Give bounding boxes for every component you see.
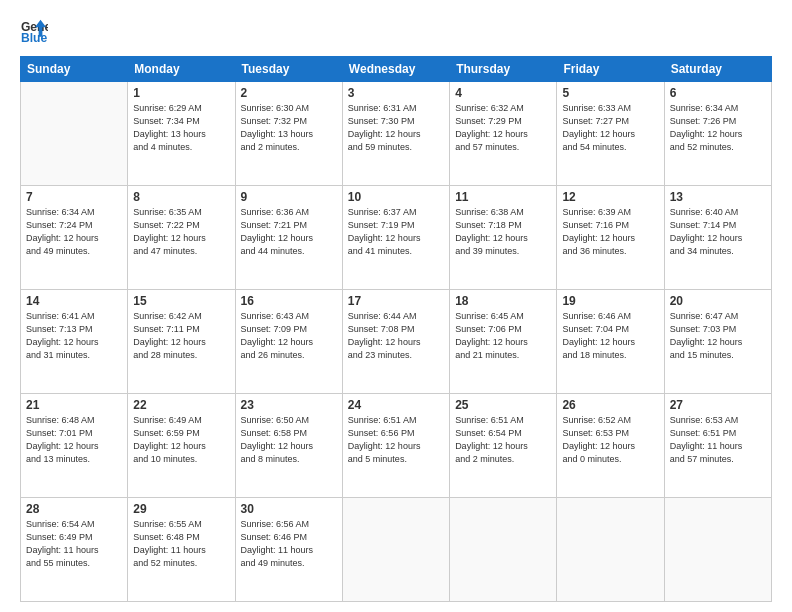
calendar-cell: 25Sunrise: 6:51 AM Sunset: 6:54 PM Dayli… xyxy=(450,394,557,498)
cell-content: Sunrise: 6:46 AM Sunset: 7:04 PM Dayligh… xyxy=(562,310,658,362)
day-header-monday: Monday xyxy=(128,57,235,82)
cell-content: Sunrise: 6:41 AM Sunset: 7:13 PM Dayligh… xyxy=(26,310,122,362)
cell-content: Sunrise: 6:51 AM Sunset: 6:56 PM Dayligh… xyxy=(348,414,444,466)
day-number: 6 xyxy=(670,86,766,100)
day-number: 24 xyxy=(348,398,444,412)
calendar-cell xyxy=(450,498,557,602)
cell-content: Sunrise: 6:36 AM Sunset: 7:21 PM Dayligh… xyxy=(241,206,337,258)
day-number: 22 xyxy=(133,398,229,412)
cell-content: Sunrise: 6:44 AM Sunset: 7:08 PM Dayligh… xyxy=(348,310,444,362)
cell-content: Sunrise: 6:38 AM Sunset: 7:18 PM Dayligh… xyxy=(455,206,551,258)
calendar-cell xyxy=(342,498,449,602)
cell-content: Sunrise: 6:53 AM Sunset: 6:51 PM Dayligh… xyxy=(670,414,766,466)
day-header-tuesday: Tuesday xyxy=(235,57,342,82)
cell-content: Sunrise: 6:29 AM Sunset: 7:34 PM Dayligh… xyxy=(133,102,229,154)
cell-content: Sunrise: 6:50 AM Sunset: 6:58 PM Dayligh… xyxy=(241,414,337,466)
calendar-cell: 27Sunrise: 6:53 AM Sunset: 6:51 PM Dayli… xyxy=(664,394,771,498)
cell-content: Sunrise: 6:47 AM Sunset: 7:03 PM Dayligh… xyxy=(670,310,766,362)
calendar-table: SundayMondayTuesdayWednesdayThursdayFrid… xyxy=(20,56,772,602)
day-header-friday: Friday xyxy=(557,57,664,82)
day-number: 9 xyxy=(241,190,337,204)
cell-content: Sunrise: 6:43 AM Sunset: 7:09 PM Dayligh… xyxy=(241,310,337,362)
calendar-cell: 13Sunrise: 6:40 AM Sunset: 7:14 PM Dayli… xyxy=(664,186,771,290)
calendar-page: General Blue SundayMondayTuesdayWednesda… xyxy=(0,0,792,612)
cell-content: Sunrise: 6:42 AM Sunset: 7:11 PM Dayligh… xyxy=(133,310,229,362)
calendar-cell: 11Sunrise: 6:38 AM Sunset: 7:18 PM Dayli… xyxy=(450,186,557,290)
day-number: 21 xyxy=(26,398,122,412)
cell-content: Sunrise: 6:34 AM Sunset: 7:24 PM Dayligh… xyxy=(26,206,122,258)
calendar-cell: 10Sunrise: 6:37 AM Sunset: 7:19 PM Dayli… xyxy=(342,186,449,290)
logo-icon: General Blue xyxy=(20,18,48,46)
day-number: 8 xyxy=(133,190,229,204)
calendar-cell: 4Sunrise: 6:32 AM Sunset: 7:29 PM Daylig… xyxy=(450,82,557,186)
cell-content: Sunrise: 6:48 AM Sunset: 7:01 PM Dayligh… xyxy=(26,414,122,466)
day-number: 30 xyxy=(241,502,337,516)
calendar-cell xyxy=(21,82,128,186)
calendar-cell xyxy=(664,498,771,602)
calendar-cell: 18Sunrise: 6:45 AM Sunset: 7:06 PM Dayli… xyxy=(450,290,557,394)
day-number: 19 xyxy=(562,294,658,308)
cell-content: Sunrise: 6:31 AM Sunset: 7:30 PM Dayligh… xyxy=(348,102,444,154)
day-number: 27 xyxy=(670,398,766,412)
calendar-cell: 1Sunrise: 6:29 AM Sunset: 7:34 PM Daylig… xyxy=(128,82,235,186)
cell-content: Sunrise: 6:54 AM Sunset: 6:49 PM Dayligh… xyxy=(26,518,122,570)
calendar-cell: 21Sunrise: 6:48 AM Sunset: 7:01 PM Dayli… xyxy=(21,394,128,498)
day-number: 28 xyxy=(26,502,122,516)
cell-content: Sunrise: 6:40 AM Sunset: 7:14 PM Dayligh… xyxy=(670,206,766,258)
calendar-week-4: 21Sunrise: 6:48 AM Sunset: 7:01 PM Dayli… xyxy=(21,394,772,498)
calendar-cell: 30Sunrise: 6:56 AM Sunset: 6:46 PM Dayli… xyxy=(235,498,342,602)
cell-content: Sunrise: 6:30 AM Sunset: 7:32 PM Dayligh… xyxy=(241,102,337,154)
calendar-cell: 8Sunrise: 6:35 AM Sunset: 7:22 PM Daylig… xyxy=(128,186,235,290)
logo: General Blue xyxy=(20,18,48,46)
calendar-cell: 26Sunrise: 6:52 AM Sunset: 6:53 PM Dayli… xyxy=(557,394,664,498)
calendar-cell: 29Sunrise: 6:55 AM Sunset: 6:48 PM Dayli… xyxy=(128,498,235,602)
calendar-cell: 24Sunrise: 6:51 AM Sunset: 6:56 PM Dayli… xyxy=(342,394,449,498)
day-number: 2 xyxy=(241,86,337,100)
cell-content: Sunrise: 6:55 AM Sunset: 6:48 PM Dayligh… xyxy=(133,518,229,570)
cell-content: Sunrise: 6:45 AM Sunset: 7:06 PM Dayligh… xyxy=(455,310,551,362)
cell-content: Sunrise: 6:35 AM Sunset: 7:22 PM Dayligh… xyxy=(133,206,229,258)
cell-content: Sunrise: 6:56 AM Sunset: 6:46 PM Dayligh… xyxy=(241,518,337,570)
day-number: 17 xyxy=(348,294,444,308)
calendar-cell: 3Sunrise: 6:31 AM Sunset: 7:30 PM Daylig… xyxy=(342,82,449,186)
header: General Blue xyxy=(20,18,772,46)
cell-content: Sunrise: 6:33 AM Sunset: 7:27 PM Dayligh… xyxy=(562,102,658,154)
calendar-cell xyxy=(557,498,664,602)
calendar-cell: 22Sunrise: 6:49 AM Sunset: 6:59 PM Dayli… xyxy=(128,394,235,498)
day-number: 10 xyxy=(348,190,444,204)
calendar-cell: 7Sunrise: 6:34 AM Sunset: 7:24 PM Daylig… xyxy=(21,186,128,290)
day-number: 25 xyxy=(455,398,551,412)
day-number: 23 xyxy=(241,398,337,412)
calendar-cell: 20Sunrise: 6:47 AM Sunset: 7:03 PM Dayli… xyxy=(664,290,771,394)
calendar-cell: 19Sunrise: 6:46 AM Sunset: 7:04 PM Dayli… xyxy=(557,290,664,394)
day-number: 3 xyxy=(348,86,444,100)
day-number: 13 xyxy=(670,190,766,204)
calendar-cell: 2Sunrise: 6:30 AM Sunset: 7:32 PM Daylig… xyxy=(235,82,342,186)
day-header-saturday: Saturday xyxy=(664,57,771,82)
day-number: 18 xyxy=(455,294,551,308)
calendar-cell: 12Sunrise: 6:39 AM Sunset: 7:16 PM Dayli… xyxy=(557,186,664,290)
cell-content: Sunrise: 6:49 AM Sunset: 6:59 PM Dayligh… xyxy=(133,414,229,466)
calendar-cell: 15Sunrise: 6:42 AM Sunset: 7:11 PM Dayli… xyxy=(128,290,235,394)
day-number: 15 xyxy=(133,294,229,308)
cell-content: Sunrise: 6:51 AM Sunset: 6:54 PM Dayligh… xyxy=(455,414,551,466)
calendar-week-3: 14Sunrise: 6:41 AM Sunset: 7:13 PM Dayli… xyxy=(21,290,772,394)
day-number: 29 xyxy=(133,502,229,516)
day-number: 12 xyxy=(562,190,658,204)
calendar-week-5: 28Sunrise: 6:54 AM Sunset: 6:49 PM Dayli… xyxy=(21,498,772,602)
calendar-header-row: SundayMondayTuesdayWednesdayThursdayFrid… xyxy=(21,57,772,82)
calendar-week-1: 1Sunrise: 6:29 AM Sunset: 7:34 PM Daylig… xyxy=(21,82,772,186)
calendar-cell: 28Sunrise: 6:54 AM Sunset: 6:49 PM Dayli… xyxy=(21,498,128,602)
cell-content: Sunrise: 6:32 AM Sunset: 7:29 PM Dayligh… xyxy=(455,102,551,154)
calendar-cell: 23Sunrise: 6:50 AM Sunset: 6:58 PM Dayli… xyxy=(235,394,342,498)
calendar-cell: 9Sunrise: 6:36 AM Sunset: 7:21 PM Daylig… xyxy=(235,186,342,290)
cell-content: Sunrise: 6:34 AM Sunset: 7:26 PM Dayligh… xyxy=(670,102,766,154)
day-header-sunday: Sunday xyxy=(21,57,128,82)
cell-content: Sunrise: 6:52 AM Sunset: 6:53 PM Dayligh… xyxy=(562,414,658,466)
calendar-cell: 16Sunrise: 6:43 AM Sunset: 7:09 PM Dayli… xyxy=(235,290,342,394)
day-number: 16 xyxy=(241,294,337,308)
calendar-cell: 14Sunrise: 6:41 AM Sunset: 7:13 PM Dayli… xyxy=(21,290,128,394)
calendar-week-2: 7Sunrise: 6:34 AM Sunset: 7:24 PM Daylig… xyxy=(21,186,772,290)
day-header-wednesday: Wednesday xyxy=(342,57,449,82)
day-number: 4 xyxy=(455,86,551,100)
